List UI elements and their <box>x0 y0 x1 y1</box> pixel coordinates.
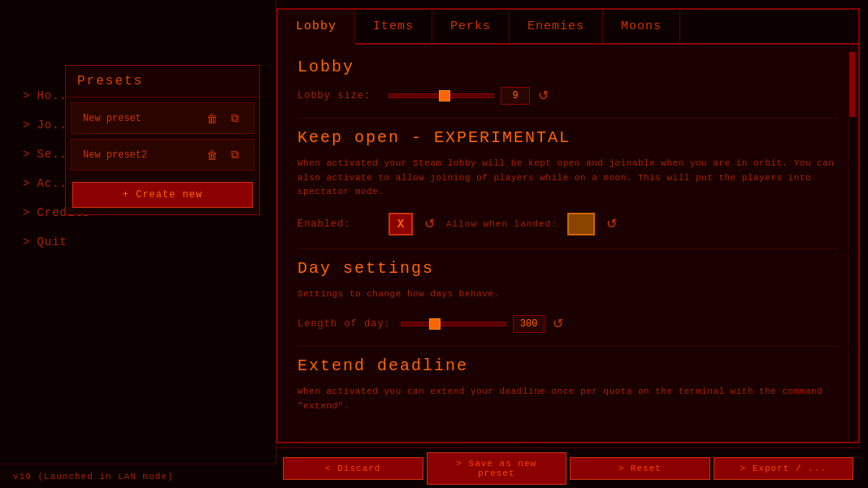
divider <box>297 118 839 119</box>
lobby-size-label: Lobby size: <box>297 90 379 101</box>
scrollbar-thumb[interactable] <box>849 52 855 117</box>
delete-preset-button[interactable]: 🗑 <box>203 110 221 127</box>
lobby-size-row: Lobby size: 9 ↺ <box>297 86 839 105</box>
create-new-preset-button[interactable]: + Create new <box>72 182 253 208</box>
presets-title: Presets <box>66 66 259 97</box>
enabled-toggle[interactable]: X <box>388 213 413 235</box>
tab-moons[interactable]: Moons <box>603 10 680 43</box>
lobby-size-slider[interactable] <box>388 93 494 98</box>
preset-label: New preset <box>83 113 141 124</box>
day-settings-desc: Settings to change how days behave. <box>297 287 839 302</box>
enabled-row: Enabled: X ↺ Allow when landed: ↺ <box>297 213 839 235</box>
export-button[interactable]: > Export / ... <box>714 457 854 480</box>
chevron-icon: > <box>23 119 30 132</box>
main-panel: Lobby Items Perks Enemies Moons Lobby Lo… <box>276 8 860 443</box>
chevron-icon: > <box>23 235 30 248</box>
lobby-size-reset-button[interactable]: ↺ <box>536 86 550 105</box>
copy-preset-button[interactable]: ⧉ <box>228 110 242 127</box>
sidebar-item-quit[interactable]: > Quit <box>16 227 244 257</box>
copy-preset-button[interactable]: ⧉ <box>228 146 242 163</box>
content-area: Lobby Lobby size: 9 ↺ Keep open - EXPERI… <box>278 45 858 436</box>
status-text: v19 (Launched in LAN mode) <box>13 472 174 482</box>
extend-deadline-title: Extend deadline <box>297 356 839 375</box>
reset-button[interactable]: > Reset <box>570 457 710 480</box>
allow-when-landed-toggle[interactable] <box>567 213 595 235</box>
sidebar-item-label: Quit <box>37 235 67 248</box>
length-of-day-row: Length of day: 300 ↺ <box>297 314 839 333</box>
length-of-day-slider-container: 300 ↺ <box>401 314 566 333</box>
discard-button[interactable]: < Discard <box>283 457 423 480</box>
length-of-day-reset-button[interactable]: ↺ <box>551 314 565 333</box>
bottom-toolbar: < Discard > Save as new preset > Reset >… <box>276 447 860 488</box>
chevron-icon: > <box>23 89 30 102</box>
preset-actions: 🗑 ⧉ <box>203 110 242 127</box>
tab-perks[interactable]: Perks <box>432 10 510 43</box>
keep-open-title: Keep open - EXPERIMENTAL <box>297 128 839 147</box>
divider <box>297 248 839 249</box>
length-of-day-slider[interactable] <box>401 322 506 326</box>
tab-items[interactable]: Items <box>355 10 432 43</box>
allow-when-landed-reset-button[interactable]: ↺ <box>605 214 618 233</box>
length-of-day-label: Length of day: <box>297 318 391 330</box>
enabled-label: Enabled: <box>297 218 379 230</box>
preset-actions: 🗑 ⧉ <box>203 146 242 163</box>
enabled-reset-button[interactable]: ↺ <box>423 214 436 233</box>
tab-enemies[interactable]: Enemies <box>510 10 603 43</box>
preset-label: New preset2 <box>83 149 147 161</box>
tab-bar: Lobby Items Perks Enemies Moons <box>278 10 858 45</box>
divider <box>297 346 839 347</box>
presets-panel: Presets New preset 🗑 ⧉ New preset2 🗑 ⧉ +… <box>65 65 260 215</box>
chevron-icon: > <box>23 148 30 161</box>
chevron-icon: > <box>23 177 30 190</box>
extend-deadline-desc: When activated you can extend your deadl… <box>297 385 839 413</box>
day-settings-title: Day settings <box>297 259 839 278</box>
keep-open-desc: When activated your Steam lobby will be … <box>297 157 839 200</box>
chevron-icon: > <box>23 206 30 219</box>
preset-item[interactable]: New preset 🗑 ⧉ <box>71 102 254 134</box>
lobby-size-slider-container: 9 ↺ <box>388 86 550 105</box>
lobby-size-value: 9 <box>501 87 530 105</box>
scrollbar-track[interactable] <box>848 52 855 442</box>
length-of-day-value: 300 <box>513 315 545 333</box>
lobby-section-title: Lobby <box>297 58 839 76</box>
allow-when-landed-label: Allow when landed: <box>446 219 558 229</box>
preset-item[interactable]: New preset2 🗑 ⧉ <box>71 139 254 171</box>
save-as-preset-button[interactable]: > Save as new preset <box>427 452 567 485</box>
tab-lobby[interactable]: Lobby <box>278 10 355 45</box>
status-bar: v19 (Launched in LAN mode) <box>0 464 276 488</box>
delete-preset-button[interactable]: 🗑 <box>203 146 221 163</box>
